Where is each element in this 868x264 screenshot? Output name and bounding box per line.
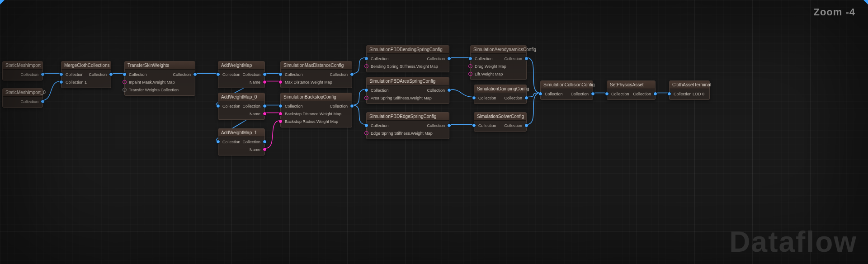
node-port-row: CollectionCollection xyxy=(607,90,655,98)
node-merge[interactable]: MergeClothCollectionsCollectionCollectio… xyxy=(61,61,111,88)
input-pin[interactable] xyxy=(123,88,127,92)
node-maxd[interactable]: SimulationMaxDistanceConfigCollectionCol… xyxy=(280,61,352,88)
input-pin[interactable] xyxy=(216,104,220,108)
output-label: Collection xyxy=(20,99,38,104)
output-pin[interactable] xyxy=(263,147,267,151)
input-pin[interactable] xyxy=(364,96,368,100)
output-pin[interactable] xyxy=(653,92,657,96)
node-title[interactable]: ClothAssetTerminal xyxy=(670,81,709,89)
output-pin[interactable] xyxy=(447,123,451,127)
output-pin[interactable] xyxy=(447,88,451,92)
node-edge[interactable]: SimulationPBDEdgeSpringConfigCollectionC… xyxy=(366,112,449,139)
input-pin[interactable] xyxy=(364,88,368,92)
node-solv[interactable]: SimulationSolverConfigCollectionCollecti… xyxy=(474,112,527,132)
input-pin[interactable] xyxy=(364,131,368,135)
input-pin[interactable] xyxy=(468,64,472,68)
node-port-row: CollectionCollection xyxy=(218,71,264,78)
input-pin[interactable] xyxy=(59,80,63,84)
node-coll[interactable]: SimulationCollisionConfigCollectionColle… xyxy=(540,80,593,100)
output-pin[interactable] xyxy=(109,72,113,76)
node-damp[interactable]: SimulationDampingConfigCollectionCollect… xyxy=(474,85,527,104)
input-pin[interactable] xyxy=(59,72,63,76)
node-title[interactable]: AddWeightMap xyxy=(218,61,264,70)
node-term[interactable]: ClothAssetTerminalCollection LOD 0 xyxy=(669,80,710,100)
output-pin[interactable] xyxy=(193,72,197,76)
input-pin[interactable] xyxy=(123,80,127,84)
node-title[interactable]: StaticMeshImport xyxy=(3,61,42,70)
node-title[interactable]: SimulationPBDBendingSpringConfig xyxy=(367,46,449,54)
node-port-row: Lift.Weight Map xyxy=(471,70,526,78)
output-label: Collection xyxy=(427,88,445,93)
input-label: Collection xyxy=(611,92,629,96)
node-title[interactable]: TransferSkinWeights xyxy=(125,61,195,70)
output-pin[interactable] xyxy=(41,99,45,104)
output-pin[interactable] xyxy=(263,140,267,144)
node-awm0[interactable]: AddWeightMap_0CollectionCollectionName xyxy=(218,93,265,120)
input-pin[interactable] xyxy=(278,80,283,84)
input-pin[interactable] xyxy=(468,72,472,76)
input-pin[interactable] xyxy=(364,57,368,61)
input-pin[interactable] xyxy=(364,64,368,68)
input-label: Collection LOD 0 xyxy=(674,92,704,96)
node-title[interactable]: SimulationMaxDistanceConfig xyxy=(281,61,352,70)
output-pin[interactable] xyxy=(350,72,354,76)
node-aero[interactable]: SimulationAerodynamicsConfigCollectionCo… xyxy=(470,45,527,80)
output-pin[interactable] xyxy=(524,96,528,100)
output-pin[interactable] xyxy=(263,104,267,108)
node-title[interactable]: SetPhysicsAsset xyxy=(607,81,655,89)
node-smi0[interactable]: StaticMeshImport_0Collection xyxy=(2,88,43,108)
node-port-row: CollectionCollection xyxy=(281,102,352,110)
output-pin[interactable] xyxy=(350,104,354,108)
input-pin[interactable] xyxy=(123,72,127,76)
input-pin[interactable] xyxy=(472,123,476,127)
node-title[interactable]: MergeClothCollections xyxy=(61,61,111,70)
input-pin[interactable] xyxy=(364,123,368,127)
node-area[interactable]: SimulationPBDAreaSpringConfigCollectionC… xyxy=(366,77,449,104)
node-awm[interactable]: AddWeightMapCollectionCollectionName xyxy=(218,61,265,88)
output-pin[interactable] xyxy=(524,57,528,61)
input-pin[interactable] xyxy=(278,104,283,108)
output-pin[interactable] xyxy=(263,80,267,84)
node-awm1[interactable]: AddWeightMap_1CollectionCollectionName xyxy=(218,128,265,156)
input-label: Collection xyxy=(371,57,389,61)
output-pin[interactable] xyxy=(41,72,45,76)
node-bend[interactable]: SimulationPBDBendingSpringConfigCollecti… xyxy=(366,45,449,72)
editor-watermark: Dataflow xyxy=(729,225,857,259)
node-tsw[interactable]: TransferSkinWeightsCollectionCollectionI… xyxy=(124,61,195,96)
input-pin[interactable] xyxy=(216,72,220,76)
output-pin[interactable] xyxy=(447,57,451,61)
node-phys[interactable]: SetPhysicsAssetCollectionCollection xyxy=(607,80,656,100)
node-title[interactable]: AddWeightMap_1 xyxy=(218,129,264,137)
output-pin[interactable] xyxy=(263,72,267,76)
input-pin[interactable] xyxy=(216,140,220,144)
output-label: Collection xyxy=(633,92,651,96)
node-title[interactable]: SimulationPBDAreaSpringConfig xyxy=(367,77,449,85)
node-port-row: Name xyxy=(218,78,264,86)
zoom-indicator: Zoom -4 xyxy=(813,6,855,18)
node-smi[interactable]: StaticMeshImportCollection xyxy=(2,61,43,80)
output-pin[interactable] xyxy=(591,92,595,96)
input-pin[interactable] xyxy=(472,96,476,100)
input-pin[interactable] xyxy=(538,92,542,96)
output-label: Collection xyxy=(242,104,260,108)
node-title[interactable]: AddWeightMap_0 xyxy=(218,93,264,101)
input-pin[interactable] xyxy=(278,119,283,123)
input-pin[interactable] xyxy=(667,92,671,96)
output-pin[interactable] xyxy=(524,123,528,127)
input-pin[interactable] xyxy=(605,92,609,96)
node-title[interactable]: SimulationPBDEdgeSpringConfig xyxy=(367,113,449,121)
input-pin[interactable] xyxy=(468,57,472,61)
output-pin[interactable] xyxy=(263,112,267,116)
input-pin[interactable] xyxy=(278,72,283,76)
input-label: Max Distance.Weight Map xyxy=(285,80,332,85)
input-pin[interactable] xyxy=(278,112,283,116)
node-title[interactable]: SimulationBackstopConfig xyxy=(281,93,352,101)
node-title[interactable]: SimulationCollisionConfig xyxy=(541,81,593,89)
node-title[interactable]: StaticMeshImport_0 xyxy=(3,89,42,97)
node-title[interactable]: SimulationSolverConfig xyxy=(474,113,526,121)
output-label: Collection xyxy=(330,72,348,77)
node-back[interactable]: SimulationBackstopConfigCollectionCollec… xyxy=(280,93,352,127)
node-title[interactable]: SimulationAerodynamicsConfig xyxy=(471,46,526,54)
node-title[interactable]: SimulationDampingConfig xyxy=(474,85,526,93)
node-port-row: CollectionCollection xyxy=(367,86,449,94)
